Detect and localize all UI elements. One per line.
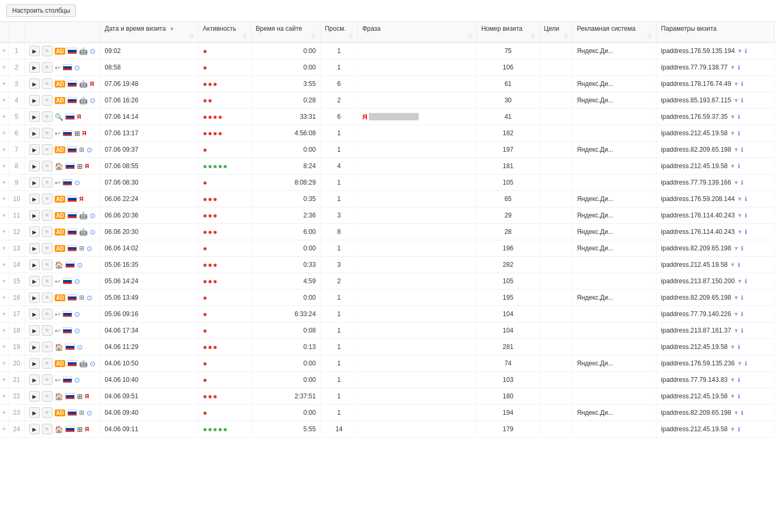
params-filter-icon[interactable]: ▼ [730,163,736,169]
play-button[interactable]: ▶ [29,243,40,254]
expand-icon[interactable]: + [2,212,6,219]
expand-icon[interactable]: + [2,64,6,71]
expand-cell[interactable]: + [0,388,8,405]
params-filter-icon[interactable]: ▼ [733,327,739,334]
play-button[interactable]: ▶ [29,161,40,171]
play-button[interactable]: ▶ [29,111,40,122]
expand-icon[interactable]: + [2,376,6,383]
expand-icon[interactable]: + [2,97,6,104]
flag-button[interactable]: ⚑ [42,161,53,171]
expand-icon[interactable]: + [2,327,6,334]
params-info-icon[interactable]: ℹ [738,377,740,383]
flag-button[interactable]: ⚑ [42,95,53,106]
flag-button[interactable]: ⚑ [42,144,53,155]
flag-button[interactable]: ⚑ [42,79,53,89]
configure-columns-button[interactable]: Настроить столбцы [6,4,76,17]
play-button[interactable]: ▶ [29,46,40,56]
expand-icon[interactable]: + [2,425,6,433]
params-info-icon[interactable]: ℹ [738,426,740,433]
params-info-icon[interactable]: ℹ [745,229,747,236]
params-info-icon[interactable]: ℹ [745,196,747,203]
flag-button[interactable]: ⚑ [42,210,53,221]
play-button[interactable]: ▶ [29,325,40,336]
expand-icon[interactable]: + [2,409,6,416]
expand-cell[interactable]: + [0,43,8,59]
flag-button[interactable]: ⚑ [42,194,53,204]
expand-icon[interactable]: + [2,360,6,367]
params-filter-icon[interactable]: ▼ [737,278,743,284]
expand-icon[interactable]: + [2,129,6,137]
params-filter-icon[interactable]: ▼ [737,48,743,54]
flag-button[interactable]: ⚑ [42,46,53,56]
expand-icon[interactable]: + [2,179,6,186]
expand-cell[interactable]: + [0,322,8,339]
params-info-icon[interactable]: ℹ [738,114,740,120]
params-filter-icon[interactable]: ▼ [730,130,736,136]
col-header-params[interactable]: Параметры визита [657,22,775,43]
play-button[interactable]: ▶ [29,292,40,303]
expand-cell[interactable]: + [0,142,8,158]
params-filter-icon[interactable]: ▼ [737,196,743,202]
expand-cell[interactable]: + [0,191,8,207]
params-filter-icon[interactable]: ▼ [730,426,736,432]
expand-icon[interactable]: + [2,393,6,400]
params-info-icon[interactable]: ℹ [738,64,740,71]
params-info-icon[interactable]: ℹ [741,97,743,104]
filter-icon-date[interactable]: ▽ [105,33,194,39]
params-filter-icon[interactable]: ▼ [737,360,743,367]
flag-button[interactable]: ⚑ [42,424,53,434]
flag-button[interactable]: ⚑ [42,177,53,188]
params-info-icon[interactable]: ℹ [745,212,747,219]
col-header-goals[interactable]: Цели ▽ [539,22,572,43]
expand-cell[interactable]: + [0,355,8,372]
flag-button[interactable]: ⚑ [42,62,53,73]
params-info-icon[interactable]: ℹ [741,179,743,186]
play-button[interactable]: ▶ [29,194,40,204]
expand-cell[interactable]: + [0,109,8,125]
params-filter-icon[interactable]: ▼ [730,261,736,268]
filter-icon-goals[interactable]: ▽ [544,33,568,39]
flag-button[interactable]: ⚑ [42,342,53,352]
params-filter-icon[interactable]: ▼ [733,294,739,301]
params-info-icon[interactable]: ℹ [741,327,743,334]
play-button[interactable]: ▶ [29,259,40,270]
filter-icon-views[interactable]: ▽ [325,33,353,39]
params-info-icon[interactable]: ℹ [738,130,740,137]
expand-cell[interactable]: + [0,421,8,438]
play-button[interactable]: ▶ [29,177,40,188]
expand-cell[interactable]: + [0,240,8,257]
expand-icon[interactable]: + [2,277,6,285]
flag-button[interactable]: ⚑ [42,259,53,270]
expand-cell[interactable]: + [0,158,8,175]
expand-icon[interactable]: + [2,47,6,55]
params-info-icon[interactable]: ℹ [741,409,743,416]
flag-button[interactable]: ⚑ [42,391,53,402]
play-button[interactable]: ▶ [29,95,40,106]
flag-button[interactable]: ⚑ [42,111,53,122]
expand-cell[interactable]: + [0,372,8,388]
params-filter-icon[interactable]: ▼ [730,344,736,350]
expand-icon[interactable]: + [2,80,6,88]
params-filter-icon[interactable]: ▼ [733,245,739,251]
play-button[interactable]: ▶ [29,62,40,73]
col-header-views[interactable]: Просм. ▽ [320,22,357,43]
expand-icon[interactable]: + [2,245,6,252]
params-filter-icon[interactable]: ▼ [730,114,736,120]
play-button[interactable]: ▶ [29,210,40,221]
expand-cell[interactable]: + [0,405,8,421]
expand-icon[interactable]: + [2,228,6,236]
flag-button[interactable]: ⚑ [42,292,53,303]
params-filter-icon[interactable]: ▼ [733,311,739,317]
col-header-time[interactable]: Время на сайте ▽ [251,22,320,43]
play-button[interactable]: ▶ [29,226,40,237]
params-info-icon[interactable]: ℹ [741,146,743,153]
col-header-date[interactable]: Дата и время визита ▼ ▽ [100,22,199,43]
col-header-ad-system[interactable]: Рекламная система ▽ [572,22,657,43]
expand-icon[interactable]: + [2,146,6,153]
params-info-icon[interactable]: ℹ [745,360,747,367]
params-info-icon[interactable]: ℹ [738,261,740,268]
expand-icon[interactable]: + [2,162,6,170]
filter-icon-activity[interactable]: ▽ [203,33,247,39]
play-button[interactable]: ▶ [29,144,40,155]
params-filter-icon[interactable]: ▼ [730,64,736,71]
